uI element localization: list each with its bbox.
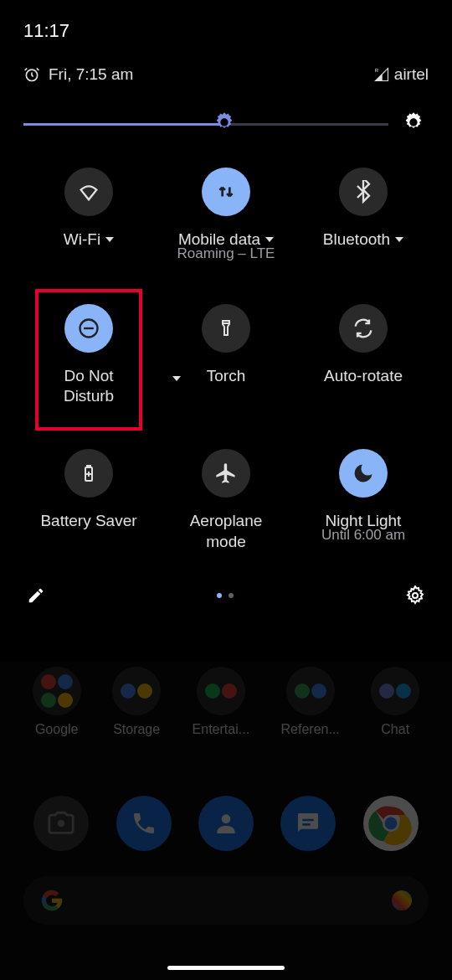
night-light-icon[interactable] — [339, 449, 388, 498]
status-time: 11:17 — [23, 20, 69, 41]
dock-contacts[interactable] — [198, 796, 254, 851]
tiles-grid: Wi-Fi Mobile data Roaming – LTE Bluetoot… — [20, 168, 432, 575]
folder-storage[interactable]: Storage — [112, 667, 161, 737]
folder-label: Storage — [113, 722, 160, 737]
home-screen: Google Storage Entertai... Referen... Ch… — [0, 662, 452, 980]
dnd-icon[interactable] — [64, 304, 113, 353]
alarm-icon — [23, 66, 40, 83]
folder-label: Entertai... — [193, 722, 249, 737]
folder-label: Google — [35, 722, 79, 737]
gear-icon[interactable] — [405, 585, 425, 606]
tile-wifi[interactable]: Wi-Fi — [20, 168, 157, 262]
mobile-data-icon[interactable] — [202, 168, 250, 216]
svg-point-2 — [220, 118, 228, 126]
page-dots — [217, 593, 234, 598]
dot-inactive — [229, 593, 234, 598]
folder-label: Referen... — [281, 722, 340, 737]
status-bar: 11:17 — [0, 0, 452, 42]
tile-label: Battery Saver — [40, 511, 136, 532]
edit-icon[interactable] — [27, 586, 45, 605]
chevron-down-icon[interactable] — [395, 237, 403, 242]
bluetooth-icon[interactable] — [339, 168, 388, 216]
folder-label: Chat — [381, 722, 409, 737]
tile-label: Bluetooth — [323, 230, 390, 250]
tile-label: Auto-rotate — [324, 366, 403, 387]
folder-entertainment[interactable]: Entertai... — [193, 667, 249, 737]
folder-reference[interactable]: Referen... — [281, 667, 340, 737]
chevron-down-icon[interactable] — [265, 237, 274, 242]
assistant-icon[interactable] — [392, 890, 412, 910]
tile-aeroplane[interactable]: Aeroplane mode — [157, 449, 295, 552]
header-date: Fri, 7:15 am — [49, 65, 133, 84]
folder-chat[interactable]: Chat — [371, 667, 419, 737]
dock — [0, 787, 452, 851]
tile-label: Wi-Fi — [64, 230, 100, 250]
autorotate-icon[interactable] — [339, 304, 388, 353]
brightness-icon — [402, 111, 425, 137]
panel-header: Fri, 7:15 am R airtel — [20, 42, 432, 107]
battery-saver-icon[interactable] — [64, 449, 113, 498]
tile-bluetooth[interactable]: Bluetooth — [295, 168, 432, 262]
tile-torch[interactable]: Torch — [157, 304, 295, 407]
quick-settings-panel: Fri, 7:15 am R airtel Wi-Fi — [0, 42, 452, 626]
svg-text:R: R — [375, 68, 379, 73]
dock-chrome[interactable] — [363, 796, 419, 851]
svg-point-3 — [409, 118, 417, 126]
nav-bar[interactable] — [167, 966, 285, 970]
brightness-slider[interactable] — [20, 107, 432, 168]
chevron-down-icon[interactable] — [105, 237, 114, 242]
dock-messages[interactable] — [280, 796, 336, 851]
tile-label: Do Not Disturb — [51, 366, 126, 407]
tile-battery-saver[interactable]: Battery Saver — [20, 449, 157, 552]
tile-mobile-data[interactable]: Mobile data Roaming – LTE — [157, 168, 295, 262]
torch-icon[interactable] — [202, 304, 250, 353]
tile-label: Aeroplane mode — [184, 511, 268, 552]
wifi-icon[interactable] — [64, 168, 113, 216]
folder-google[interactable]: Google — [33, 667, 81, 737]
svg-point-6 — [413, 593, 418, 598]
tile-dnd[interactable]: Do Not Disturb — [20, 304, 157, 407]
signal-icon: R — [374, 67, 389, 82]
slider-thumb[interactable] — [213, 111, 236, 137]
tile-sublabel: Roaming – LTE — [177, 245, 275, 262]
tile-autorotate[interactable]: Auto-rotate — [295, 304, 432, 407]
carrier-label: airtel — [394, 65, 429, 84]
tile-label: Torch — [207, 366, 245, 387]
google-logo-icon — [40, 889, 64, 912]
panel-footer — [20, 575, 432, 609]
slider-track[interactable] — [23, 123, 388, 126]
tile-night-light[interactable]: Night Light Until 6:00 am — [295, 449, 432, 552]
dock-camera[interactable] — [33, 796, 89, 851]
dot-active — [217, 593, 222, 598]
svg-point-7 — [222, 814, 231, 823]
dock-phone[interactable] — [116, 796, 172, 851]
aeroplane-icon[interactable] — [202, 449, 250, 498]
tile-sublabel: Until 6:00 am — [321, 527, 405, 544]
search-bar[interactable] — [23, 876, 429, 925]
